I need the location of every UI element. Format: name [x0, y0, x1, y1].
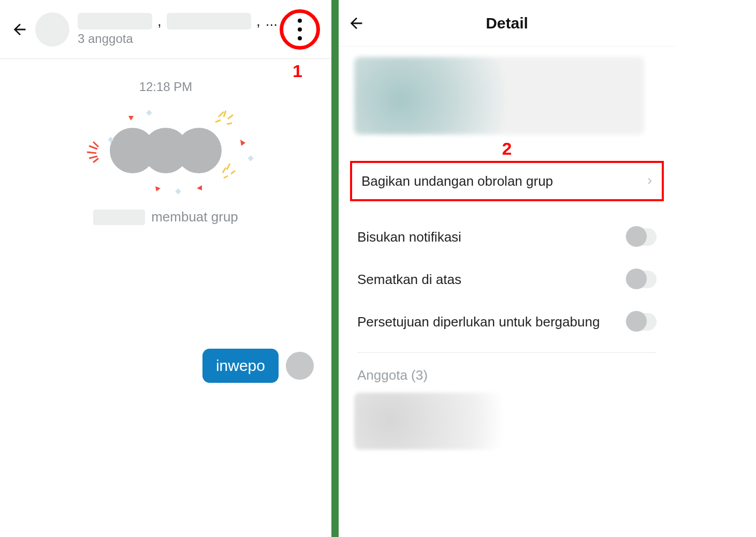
- svg-line-11: [223, 168, 226, 173]
- setting-label: Persetujuan diperlukan untuk bergabung: [357, 314, 626, 330]
- member-row-blurred: [354, 393, 530, 450]
- outgoing-message-row: inwepo: [202, 349, 314, 383]
- svg-rect-21: [175, 188, 181, 194]
- share-invite-label: Bagikan undangan obrolan grup: [361, 173, 645, 189]
- comma: ,: [157, 13, 162, 29]
- detail-header: Detail: [339, 0, 675, 47]
- svg-line-12: [231, 171, 235, 174]
- chat-body: 12:18 PM: [0, 59, 331, 225]
- celebration-graphic: [72, 107, 259, 195]
- member-name-chip: [78, 13, 152, 29]
- arrow-left-icon: [11, 21, 28, 38]
- svg-line-3: [93, 142, 98, 147]
- share-invite-row[interactable]: Bagikan undangan obrolan grup: [350, 161, 664, 201]
- members-section-label: Anggota (3): [339, 363, 675, 393]
- group-info-blurred: [354, 57, 644, 135]
- chat-header: , , ... 3 anggota: [0, 0, 331, 59]
- svg-line-9: [227, 123, 232, 124]
- svg-rect-19: [146, 110, 152, 115]
- setting-label: Bisukan notifikasi: [357, 229, 626, 245]
- svg-marker-15: [155, 186, 161, 191]
- chevron-right-icon: [645, 174, 655, 188]
- message-bubble[interactable]: inwepo: [202, 349, 279, 383]
- divider: [357, 352, 657, 353]
- more-menu-button[interactable]: [294, 17, 306, 42]
- more-wrap: [278, 7, 322, 52]
- svg-line-5: [219, 112, 224, 117]
- svg-rect-20: [248, 155, 253, 161]
- pin-toggle[interactable]: [626, 271, 657, 288]
- svg-line-4: [93, 158, 98, 162]
- setting-row-mute: Bisukan notifikasi: [339, 216, 675, 258]
- svg-marker-14: [128, 116, 134, 121]
- ellipsis: ...: [266, 13, 278, 29]
- svg-line-2: [89, 156, 97, 158]
- approval-toggle[interactable]: [626, 313, 657, 331]
- setting-row-approval: Persetujuan diperlukan untuk bergabung: [339, 301, 675, 343]
- svg-line-13: [224, 176, 228, 178]
- confetti-icon: [72, 107, 259, 195]
- svg-marker-16: [240, 140, 245, 146]
- chat-title-line: , , ...: [78, 13, 278, 29]
- group-avatar[interactable]: [35, 12, 69, 47]
- page-title: Detail: [339, 14, 675, 32]
- comma: ,: [256, 13, 260, 29]
- svg-line-10: [227, 163, 230, 170]
- chat-title-block: , , ... 3 anggota: [78, 13, 278, 46]
- svg-rect-18: [108, 137, 113, 142]
- sender-avatar[interactable]: [286, 352, 314, 380]
- chat-screen: , , ... 3 anggota 1 12:18 PM: [0, 0, 331, 537]
- setting-label: Sematkan di atas: [357, 272, 626, 288]
- svg-line-6: [224, 111, 226, 117]
- group-created-row: membuat grup: [0, 209, 331, 225]
- svg-line-0: [89, 146, 97, 149]
- annotation-number-2: 2: [339, 139, 675, 159]
- back-button[interactable]: [346, 13, 367, 34]
- svg-line-1: [87, 152, 96, 153]
- svg-marker-17: [197, 185, 202, 190]
- member-name-chip: [167, 13, 251, 29]
- message-timestamp: 12:18 PM: [0, 80, 331, 94]
- setting-row-pin: Sematkan di atas: [339, 258, 675, 301]
- back-button[interactable]: [9, 19, 30, 40]
- created-text: membuat grup: [151, 209, 238, 225]
- member-count: 3 anggota: [78, 32, 278, 46]
- mute-toggle[interactable]: [626, 228, 657, 246]
- svg-line-8: [215, 120, 221, 122]
- creator-name-chip: [93, 210, 145, 225]
- arrow-left-icon: [347, 14, 365, 32]
- svg-line-7: [228, 115, 233, 119]
- detail-screen: Detail 2 Bagikan undangan obrolan grup B…: [339, 0, 675, 537]
- panel-divider: [331, 0, 339, 537]
